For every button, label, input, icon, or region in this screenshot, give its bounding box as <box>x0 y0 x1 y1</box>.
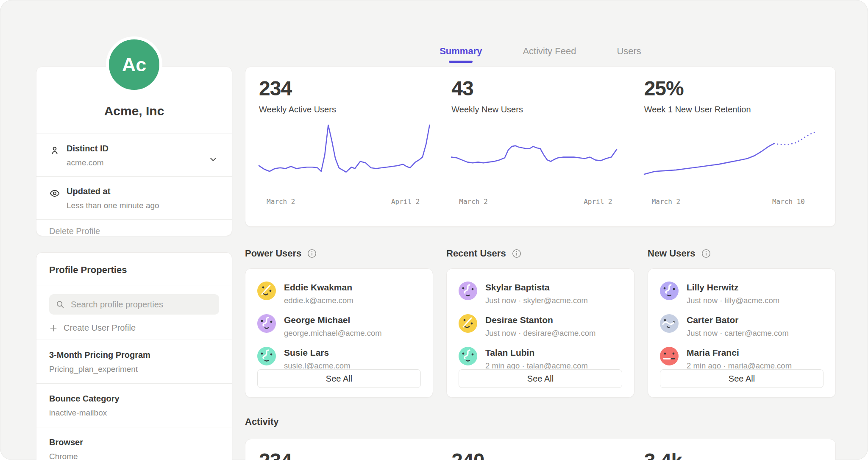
user-avatar <box>459 282 477 300</box>
user-avatar <box>459 347 477 365</box>
weekly-new-users-sparkline <box>451 123 629 194</box>
property-row[interactable]: Bounce Category inactive-mailbox <box>36 383 232 427</box>
property-row[interactable]: Browser Chrome <box>36 427 232 460</box>
delete-profile-row: Delete Profile <box>36 219 232 243</box>
list-item[interactable]: Carter Bator Just now · carter@acme.com <box>660 314 823 338</box>
stat-value: 234 <box>259 78 437 99</box>
stat-label: Week 1 New User Retention <box>644 105 822 114</box>
see-all-button[interactable]: See All <box>660 369 823 388</box>
tab-users[interactable]: Users <box>617 46 641 63</box>
eye-icon <box>49 188 60 199</box>
x-axis-labels: March 2 April 2 <box>451 194 629 206</box>
x-axis-labels: March 2 March 10 <box>644 194 822 206</box>
property-value: Pricing_plan_experiment <box>49 365 219 374</box>
field-updated-at: Updated at Less than one minute ago <box>36 176 232 219</box>
user-section-headers: Power Users Recent Users New Users <box>245 248 836 259</box>
chevron-down-icon[interactable] <box>208 154 218 164</box>
recent-users-header: Recent Users <box>446 248 634 259</box>
company-avatar: Ac <box>106 36 162 93</box>
list-item[interactable]: Susie Lars susie.l@acme.com <box>257 347 421 371</box>
info-icon[interactable] <box>512 248 522 259</box>
stat-week1-retention: 25% Week 1 New User Retention March 2 Ma… <box>644 78 822 215</box>
stat-weekly-active-users: 234 Weekly Active Users March 2 April 2 <box>259 78 437 215</box>
app-window: Ac Acme, Inc Distinct ID acme.com <box>0 0 868 460</box>
user-section-cards: Eddie Kwakman eddie.k@acme.com George Mi… <box>245 268 836 398</box>
week1-retention-sparkline <box>644 123 822 194</box>
search-icon <box>56 300 65 309</box>
profile-properties-title: Profile Properties <box>36 253 232 285</box>
search-profile-properties[interactable] <box>49 294 219 315</box>
profile-sidebar: Ac Acme, Inc Distinct ID acme.com <box>36 0 232 460</box>
stat-label: Weekly Active Users <box>259 105 437 114</box>
field-label: Distinct ID <box>67 144 206 153</box>
new-users-card: Lilly Herwitz Just now · lilly@acme.com … <box>648 268 836 398</box>
activity-stat: 240 <box>451 449 629 460</box>
search-input[interactable] <box>70 299 213 310</box>
user-avatar <box>660 314 679 333</box>
see-all-button[interactable]: See All <box>459 369 622 388</box>
list-item[interactable]: Desirae Stanton Just now · desirare@acme… <box>459 314 622 338</box>
list-item[interactable]: George Michael george.michael@acme.com <box>257 314 421 338</box>
list-item[interactable]: Talan Lubin 2 min ago · talan@acme.com <box>459 347 622 371</box>
info-icon[interactable] <box>307 248 317 259</box>
main-content: Summary Activity Feed Users 234 Weekly A… <box>245 0 836 460</box>
company-avatar-initials: Ac <box>122 54 147 76</box>
list-item[interactable]: Eddie Kwakman eddie.k@acme.com <box>257 282 421 305</box>
property-row[interactable]: 3-Month Pricing Program Pricing_plan_exp… <box>36 340 232 383</box>
info-icon[interactable] <box>701 248 711 259</box>
tab-summary[interactable]: Summary <box>440 46 482 63</box>
list-item[interactable]: Maria Franci 2 min ago · maria@acme.com <box>660 347 823 371</box>
profile-properties-card: Profile Properties Create User Profile 3… <box>36 252 232 460</box>
field-label: Updated at <box>67 187 206 196</box>
x-axis-labels: March 2 April 2 <box>259 194 437 206</box>
create-user-profile-button[interactable]: Create User Profile <box>49 323 136 333</box>
plus-icon <box>49 324 58 332</box>
activity-card: 234 240 3.4k <box>245 439 836 460</box>
list-item[interactable]: Lilly Herwitz Just now · lilly@acme.com <box>660 282 823 305</box>
property-name: 3-Month Pricing Program <box>49 350 219 360</box>
user-avatar <box>660 282 679 300</box>
recent-users-card: Skylar Baptista Just now · skyler@acme.c… <box>446 268 634 398</box>
power-users-header: Power Users <box>245 248 433 259</box>
field-distinct-id[interactable]: Distinct ID acme.com <box>36 134 232 176</box>
delete-profile-button[interactable]: Delete Profile <box>49 226 100 236</box>
divider <box>36 285 232 285</box>
summary-card: 234 Weekly Active Users March 2 April 2 … <box>245 67 836 227</box>
person-icon <box>49 145 60 156</box>
stat-label: Weekly New Users <box>451 105 629 114</box>
active-tab-underline <box>449 61 473 63</box>
field-value: acme.com <box>67 158 206 167</box>
user-avatar <box>257 314 276 333</box>
user-avatar <box>660 347 679 365</box>
activity-stat: 3.4k <box>644 449 822 460</box>
user-avatar <box>459 314 477 333</box>
property-value: Chrome <box>49 452 219 460</box>
list-item[interactable]: Skylar Baptista Just now · skyler@acme.c… <box>459 282 622 305</box>
company-name: Acme, Inc <box>104 104 164 118</box>
new-users-header: New Users <box>648 248 836 259</box>
weekly-active-users-sparkline <box>259 123 437 194</box>
stat-value: 43 <box>451 78 629 99</box>
activity-title: Activity <box>245 416 278 427</box>
stat-weekly-new-users: 43 Weekly New Users March 2 April 2 <box>451 78 629 215</box>
user-avatar <box>257 347 276 365</box>
tab-bar: Summary Activity Feed Users <box>245 46 836 63</box>
field-value: Less than one minute ago <box>67 201 206 210</box>
property-name: Browser <box>49 438 219 447</box>
activity-stat: 234 <box>259 449 437 460</box>
power-users-card: Eddie Kwakman eddie.k@acme.com George Mi… <box>245 268 433 398</box>
create-user-profile-label: Create User Profile <box>64 323 136 333</box>
see-all-button[interactable]: See All <box>257 369 421 388</box>
user-avatar <box>257 282 276 300</box>
property-name: Bounce Category <box>49 394 219 404</box>
property-value: inactive-mailbox <box>49 408 219 418</box>
stat-value: 25% <box>644 78 822 99</box>
tab-activity-feed[interactable]: Activity Feed <box>523 46 576 63</box>
